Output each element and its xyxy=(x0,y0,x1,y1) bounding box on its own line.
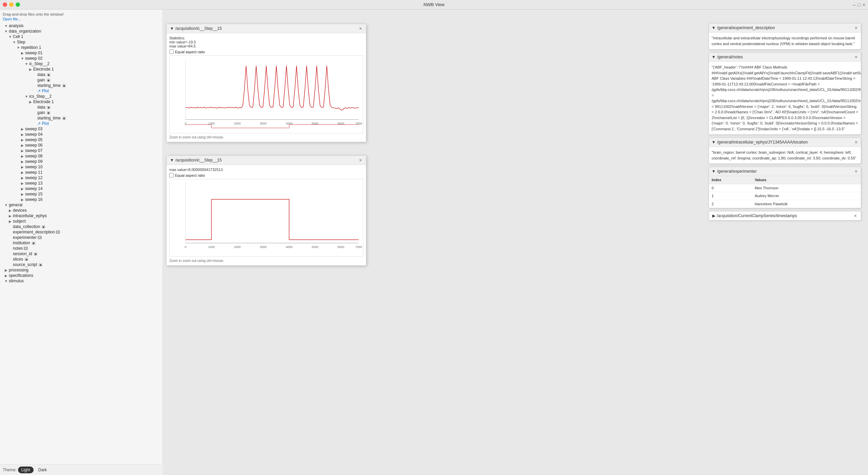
tree-item-sweep05[interactable]: ▶ sweep 05 xyxy=(0,137,162,142)
row-value-0: Alex Thomson xyxy=(752,184,861,192)
tree-item-sweep07[interactable]: ▶ sweep 07 xyxy=(0,148,162,153)
chart-2-close-button[interactable]: × xyxy=(359,157,363,163)
tree-item-data-collection[interactable]: data_collection ■ xyxy=(0,224,162,229)
drag-drop-hint: Drag-and-drop files onto the window! xyxy=(3,12,160,16)
collapse-icon-notes[interactable]: ▼ xyxy=(712,55,716,59)
tree-item-data-b[interactable]: data ■ xyxy=(0,104,162,110)
tree-item-intracellular-ephys[interactable]: ▶ intracellular_ephys xyxy=(0,213,162,218)
tree-item-processing[interactable]: ▶ processing xyxy=(0,267,162,273)
experimenter-window-close[interactable]: × xyxy=(854,169,858,174)
info-window-experimenter-header[interactable]: ▼ /general/experimenter × xyxy=(709,167,861,176)
titlebar-controls[interactable] xyxy=(3,2,20,7)
tree-item-ic-step-2a[interactable]: ▼ ic_Step__2 xyxy=(0,61,162,66)
tree-item-electrode1b[interactable]: ▶ Electrode 1 xyxy=(0,99,162,104)
theme-light-button[interactable]: Light xyxy=(18,467,34,473)
chart-window-1-header[interactable]: ▼ /acquisition/ic__Step__15 × xyxy=(167,24,366,33)
tree-item-sweep09[interactable]: ▶ sweep 09 xyxy=(0,159,162,164)
tree-item-sweep16[interactable]: ▶ sweep 16 xyxy=(0,197,162,202)
tree-item-devices[interactable]: ▶ devices xyxy=(0,208,162,213)
svg-text:3000: 3000 xyxy=(260,122,267,125)
tree-item-slices[interactable]: slices ■ xyxy=(0,256,162,262)
tree-item-session-id[interactable]: session_id ■ xyxy=(0,251,162,256)
tree-item-general[interactable]: ▼ general xyxy=(0,202,162,208)
tree-item-data-a[interactable]: data ■ xyxy=(0,72,162,77)
close-button[interactable] xyxy=(3,2,7,7)
collapse-icon[interactable]: ▼ xyxy=(170,26,174,31)
window-minimize-icon[interactable]: – xyxy=(853,2,856,7)
window-maximize-icon[interactable]: □ xyxy=(857,2,860,7)
notes-close-badge[interactable]: ✕ xyxy=(24,247,28,250)
collapse-icon-2[interactable]: ▼ xyxy=(170,158,174,163)
titlebar-right-controls[interactable]: – □ × xyxy=(853,2,865,7)
collapse-icon-timestamps[interactable]: ▶ xyxy=(712,213,715,218)
maximize-button[interactable] xyxy=(16,2,20,7)
tree-item-stimulus[interactable]: ▼ stimulus xyxy=(0,278,162,284)
tree-item-sweep14[interactable]: ▶ sweep 14 xyxy=(0,186,162,191)
table-row: 1 Audrey Mercer xyxy=(709,192,861,200)
collapse-icon-exp-desc[interactable]: ▼ xyxy=(712,25,716,30)
tree-item-sweep12[interactable]: ▶ sweep 12 xyxy=(0,175,162,180)
chart-1-aspect-ratio[interactable]: Equal aspect ratio xyxy=(169,50,363,54)
collapsed-window-timestamps[interactable]: ▶ /acquisition/CurrentClampSeries/timest… xyxy=(709,211,861,221)
plot-link[interactable]: ↗ Plot xyxy=(37,89,49,93)
tree-item-data-organization[interactable]: ▼ data_organization xyxy=(0,28,162,34)
plot-link-b[interactable]: ↗ Plot xyxy=(37,121,49,126)
exp-desc-window-close[interactable]: × xyxy=(854,25,858,31)
tree-item-gain-b[interactable]: gain ■ xyxy=(0,110,162,115)
info-window-location-header[interactable]: ▼ /general/intracellular_ephys/JY1345AAA… xyxy=(709,138,861,147)
tree-item-experiment-description[interactable]: experiment_description ✕ xyxy=(0,229,162,235)
tree-item-notes[interactable]: notes ✕ xyxy=(0,246,162,251)
chart-2-aspect-ratio[interactable]: Equal aspect ratio xyxy=(169,173,363,177)
minimize-button[interactable] xyxy=(9,2,14,7)
svg-text:7000: 7000 xyxy=(355,122,362,125)
aspect-ratio-checkbox-2[interactable] xyxy=(169,173,174,177)
info-window-notes-header[interactable]: ▼ /general/notes × xyxy=(709,53,861,62)
tree-item-sweep08[interactable]: ▶ sweep 08 xyxy=(0,153,162,159)
tree-item-cell1[interactable]: ▼ Cell 1 xyxy=(0,34,162,39)
tree-item-source-script[interactable]: source_script ■ xyxy=(0,262,162,267)
arrow-icon: ▶ xyxy=(28,68,33,71)
tree-item-plot-a[interactable]: ↗ Plot xyxy=(0,88,162,94)
tree-item-sweep03[interactable]: ▶ sweep 03 xyxy=(0,126,162,132)
collapse-icon-experimenter[interactable]: ▼ xyxy=(712,169,716,174)
open-file-link[interactable]: Open file... xyxy=(3,17,160,21)
location-window-close[interactable]: × xyxy=(854,139,858,145)
tree-item-subject[interactable]: ▶ subject xyxy=(0,218,162,224)
tree-item-starting-time-b[interactable]: starting_time ■ xyxy=(0,115,162,121)
tree-item-repetition1[interactable]: ▼ repetition 1 xyxy=(0,45,162,50)
tree-item-sweep11[interactable]: ▶ sweep 11 xyxy=(0,170,162,175)
tree-item-specifications[interactable]: ▶ specifications xyxy=(0,273,162,278)
chart-window-2-header[interactable]: ▼ /acquisition/ic__Step__15 × xyxy=(167,156,366,165)
info-title-experimenter: ▼ /general/experimenter xyxy=(712,169,757,174)
tree-item-experimenter[interactable]: experimenter ✕ xyxy=(0,235,162,240)
tree-item-starting-time-a[interactable]: starting_time ■ xyxy=(0,83,162,88)
tree-item-sweep04[interactable]: ▶ sweep 04 xyxy=(0,132,162,137)
notes-window-close[interactable]: × xyxy=(854,54,858,60)
tree-item-institution[interactable]: institution ■ xyxy=(0,240,162,246)
arrow-icon: ▶ xyxy=(20,160,24,164)
tree-item-sweep13[interactable]: ▶ sweep 13 xyxy=(0,180,162,186)
tree-label: sweep 08 xyxy=(25,154,42,158)
collapse-icon-location[interactable]: ▼ xyxy=(712,140,716,145)
chart-1-close-button[interactable]: × xyxy=(359,26,363,31)
info-window-exp-desc-header[interactable]: ▼ /general/experiment_description × xyxy=(709,23,861,33)
tree-item-electrode1a[interactable]: ▶ Electrode 1 xyxy=(0,66,162,72)
timestamps-close-button[interactable]: × xyxy=(853,213,857,218)
aspect-ratio-checkbox-1[interactable] xyxy=(169,50,174,54)
tree-item-sweep06[interactable]: ▶ sweep 06 xyxy=(0,142,162,148)
tree-item-analysis[interactable]: ▼ analysis xyxy=(0,23,162,28)
tree-item-sweep01[interactable]: ▶ sweep 01 xyxy=(0,50,162,56)
titlebar: NWB View – □ × xyxy=(0,0,868,10)
tree-item-sweep10[interactable]: ▶ sweep 10 xyxy=(0,164,162,170)
tree-item-sweep02[interactable]: ▼ sweep 02 xyxy=(0,56,162,61)
tree-item-ics-step-2a[interactable]: ▼ ics_Step__2 xyxy=(0,94,162,99)
window-close-icon[interactable]: × xyxy=(863,2,865,7)
tree-item-step[interactable]: ▼ Step xyxy=(0,39,162,45)
tree-item-gain-a[interactable]: gain ■ xyxy=(0,77,162,83)
tree-item-sweep15[interactable]: ▶ sweep 15 xyxy=(0,191,162,197)
experimenter-close-badge[interactable]: ✕ xyxy=(38,236,42,239)
tree-label: Electrode 1 xyxy=(33,99,54,104)
tree-item-plot-b[interactable]: ↗ Plot xyxy=(0,121,162,126)
exp-desc-close-badge[interactable]: ✕ xyxy=(56,230,60,234)
theme-dark-button[interactable]: Dark xyxy=(35,467,50,473)
